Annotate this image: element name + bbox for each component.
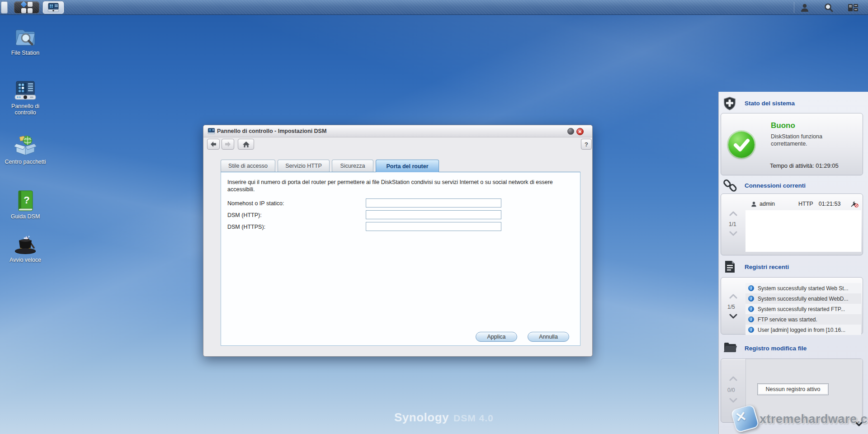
back-arrow-icon xyxy=(210,141,217,147)
dsm-help-icon: ? xyxy=(15,190,36,212)
home-button[interactable] xyxy=(238,139,254,150)
hostname-input[interactable] xyxy=(366,198,501,208)
field-label-dsm-https: DSM (HTTPS): xyxy=(227,224,265,230)
control-panel-icon xyxy=(14,80,37,101)
logs-page-down-icon[interactable] xyxy=(729,314,737,319)
window-title: Pannello di controllo - Impostazioni DSM xyxy=(217,128,326,134)
status-value: Buono xyxy=(771,121,795,130)
watermark-text: xtremehardware.com xyxy=(760,412,868,426)
file-log-page-up-icon[interactable] xyxy=(729,376,737,381)
status-description-line1: DiskStation funziona xyxy=(771,133,822,140)
main-menu-button[interactable] xyxy=(14,1,39,14)
desktop-icon-package-center[interactable] xyxy=(3,135,48,158)
system-status-box: Buono DiskStation funziona correttamente… xyxy=(721,113,863,175)
system-status-title: Stato del sistema xyxy=(745,100,795,107)
main-menu-icon xyxy=(21,2,33,13)
log-row[interactable]: i System successfully started Web St... xyxy=(745,283,861,293)
minimize-button[interactable] xyxy=(567,128,574,135)
dsm-http-input[interactable] xyxy=(366,210,501,219)
search-icon xyxy=(824,3,834,13)
log-text: System successfully enabled WebD... xyxy=(758,296,849,302)
connections-list[interactable] xyxy=(745,210,861,252)
log-text: FTP service was started. xyxy=(758,316,817,323)
log-row[interactable]: i FTP service was started. xyxy=(745,314,861,325)
connections-title: Connessioni correnti xyxy=(745,182,806,189)
file-log-page-down-icon[interactable] xyxy=(729,398,737,403)
uptime-label: Tempo di attività: 01:29:05 xyxy=(770,162,839,169)
svg-text:?: ? xyxy=(24,194,29,206)
tab-porta-del-router[interactable]: Porta del router xyxy=(376,160,439,172)
info-icon: i xyxy=(748,296,754,302)
forward-button[interactable] xyxy=(222,139,234,150)
connection-row[interactable]: admin HTTP 01:21:53 xyxy=(745,199,861,208)
info-icon: i xyxy=(748,327,754,333)
connections-box: 1/1 admin HTTP 01:21:53 xyxy=(721,193,863,255)
cancel-button[interactable]: Annulla xyxy=(528,332,569,342)
dsm-https-input[interactable] xyxy=(366,222,501,231)
taskbar-app-control-panel[interactable] xyxy=(43,1,64,14)
pilot-view-icon xyxy=(848,3,859,12)
field-label-dsm-http: DSM (HTTP): xyxy=(227,212,262,218)
connection-protocol: HTTP xyxy=(798,201,813,207)
user-menu-button[interactable] xyxy=(798,2,811,13)
tab-stile-di-accesso[interactable]: Stile di accesso xyxy=(221,160,275,172)
control-panel-mini-icon xyxy=(47,3,59,12)
window-titlebar[interactable]: Pannello di controllo - Impostazioni DSM… xyxy=(203,125,592,137)
tab-servizio-http[interactable]: Servizio HTTP xyxy=(278,160,330,172)
apply-button[interactable]: Applica xyxy=(476,332,517,342)
desktop-icon-quick-start[interactable] xyxy=(3,232,48,257)
connections-page-up-icon[interactable] xyxy=(729,211,737,216)
desktop-icon-label[interactable]: Avvio veloce xyxy=(0,257,51,263)
connection-user: admin xyxy=(760,201,775,207)
connection-time: 01:21:53 xyxy=(819,201,841,207)
logs-pager: 1/5 xyxy=(727,304,735,310)
log-text: System successfully restarted FTP... xyxy=(758,306,845,312)
back-button[interactable] xyxy=(207,139,220,150)
status-ok-icon xyxy=(728,132,755,158)
desktop-icon-label[interactable]: Guida DSM xyxy=(0,213,51,220)
widget-panel: Stato del sistema Buono DiskStation funz… xyxy=(718,92,868,434)
search-button[interactable] xyxy=(822,2,835,13)
desktop-icon-file-station[interactable] xyxy=(3,26,48,49)
pilot-view-button[interactable] xyxy=(846,2,860,13)
recent-logs-icon xyxy=(723,260,736,274)
router-port-description: Inserire qui il numero di porta del rout… xyxy=(227,179,564,193)
desktop-icon-control-panel[interactable] xyxy=(3,80,48,103)
desktop-icon-dsm-help[interactable]: ? xyxy=(3,190,48,213)
tab-sicurezza[interactable]: Sicurezza xyxy=(332,160,373,172)
window-icon xyxy=(208,127,215,135)
quick-start-icon xyxy=(14,232,37,255)
tab-content-panel: Inserire qui il numero di porta del rout… xyxy=(221,172,580,346)
user-icon xyxy=(800,3,809,12)
recent-logs-title: Registri recenti xyxy=(745,264,789,270)
panel-hide-tab[interactable] xyxy=(1,1,8,14)
file-log-title: Registro modifica file xyxy=(745,345,807,352)
connections-page-down-icon[interactable] xyxy=(729,231,737,236)
log-text: System successfully started Web St... xyxy=(758,285,849,292)
log-row[interactable]: i System successfully restarted FTP... xyxy=(745,304,861,314)
disconnect-icon[interactable] xyxy=(850,201,859,208)
dsm-version: DSM 4.0 xyxy=(453,413,494,423)
top-bar xyxy=(0,0,868,15)
file-station-icon xyxy=(14,26,37,47)
logs-page-up-icon[interactable] xyxy=(729,294,737,299)
log-row[interactable]: i User [admin] logged in from [10.16... xyxy=(745,325,861,335)
connections-pager: 1/1 xyxy=(729,221,736,227)
synology-logo: Synology xyxy=(394,410,449,424)
info-icon: i xyxy=(748,306,754,312)
connection-user-icon xyxy=(751,201,757,207)
close-button[interactable]: ✕ xyxy=(576,128,584,135)
desktop-brand: SynologyDSM 4.0 xyxy=(394,410,494,425)
package-center-icon xyxy=(14,135,37,156)
desktop-icon-label[interactable]: Pannello di controllo xyxy=(0,103,51,116)
help-button[interactable]: ? xyxy=(581,139,592,150)
desktop-icon-label[interactable]: File Station xyxy=(0,50,51,56)
log-row[interactable]: i System successfully enabled WebD... xyxy=(745,293,861,304)
topbar-separator xyxy=(794,2,794,13)
no-active-log-label: Nessun registro attivo xyxy=(757,383,829,395)
status-description-line2: correttamente. xyxy=(771,141,807,147)
connections-icon xyxy=(723,179,737,192)
log-text: User [admin] logged in from [10.16... xyxy=(758,327,845,333)
desktop-icon-label[interactable]: Centro pacchetti xyxy=(0,159,51,165)
forward-arrow-icon xyxy=(224,141,231,147)
